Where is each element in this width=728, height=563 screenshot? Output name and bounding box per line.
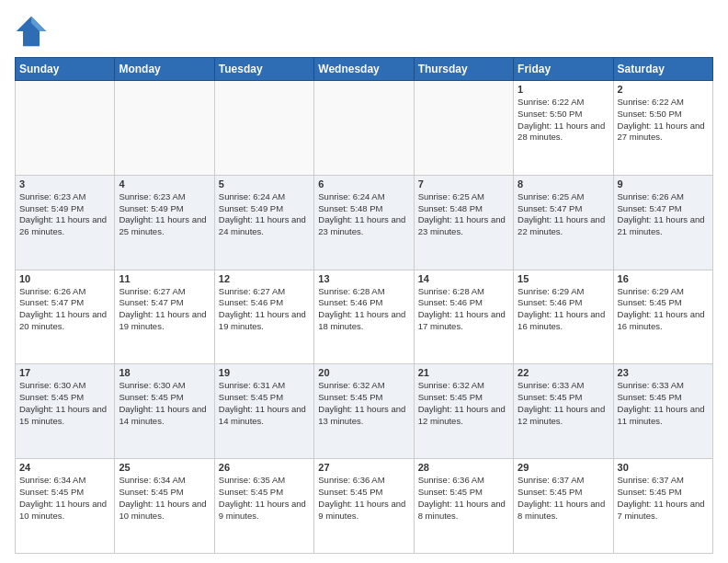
day-cell: 10Sunrise: 6:26 AM Sunset: 5:47 PM Dayli… bbox=[16, 270, 115, 364]
day-info: Sunrise: 6:36 AM Sunset: 5:45 PM Dayligh… bbox=[418, 475, 509, 522]
week-row-2: 3Sunrise: 6:23 AM Sunset: 5:49 PM Daylig… bbox=[16, 175, 713, 270]
day-cell: 1Sunrise: 6:22 AM Sunset: 5:50 PM Daylig… bbox=[514, 81, 613, 176]
day-info: Sunrise: 6:37 AM Sunset: 5:45 PM Dayligh… bbox=[618, 475, 709, 522]
day-cell bbox=[314, 81, 414, 176]
day-info: Sunrise: 6:26 AM Sunset: 5:47 PM Dayligh… bbox=[19, 286, 110, 333]
day-cell: 15Sunrise: 6:29 AM Sunset: 5:46 PM Dayli… bbox=[514, 270, 613, 364]
day-cell: 20Sunrise: 6:32 AM Sunset: 5:45 PM Dayli… bbox=[314, 364, 414, 459]
logo-icon bbox=[15, 15, 48, 48]
day-info: Sunrise: 6:34 AM Sunset: 5:45 PM Dayligh… bbox=[19, 475, 110, 522]
day-cell: 28Sunrise: 6:36 AM Sunset: 5:45 PM Dayli… bbox=[414, 459, 513, 554]
day-info: Sunrise: 6:23 AM Sunset: 5:49 PM Dayligh… bbox=[119, 191, 210, 238]
page: SundayMondayTuesdayWednesdayThursdayFrid… bbox=[0, 0, 728, 563]
day-number: 13 bbox=[318, 273, 409, 284]
day-cell bbox=[115, 81, 214, 176]
day-cell bbox=[414, 81, 513, 176]
day-cell: 12Sunrise: 6:27 AM Sunset: 5:46 PM Dayli… bbox=[214, 270, 313, 364]
day-info: Sunrise: 6:24 AM Sunset: 5:48 PM Dayligh… bbox=[318, 191, 409, 238]
day-cell: 17Sunrise: 6:30 AM Sunset: 5:45 PM Dayli… bbox=[16, 364, 115, 459]
day-info: Sunrise: 6:27 AM Sunset: 5:47 PM Dayligh… bbox=[119, 286, 210, 333]
weekday-header-sunday: Sunday bbox=[16, 58, 115, 81]
day-info: Sunrise: 6:32 AM Sunset: 5:45 PM Dayligh… bbox=[418, 380, 509, 427]
day-cell: 25Sunrise: 6:34 AM Sunset: 5:45 PM Dayli… bbox=[115, 459, 214, 554]
day-info: Sunrise: 6:29 AM Sunset: 5:45 PM Dayligh… bbox=[618, 286, 709, 333]
weekday-header-monday: Monday bbox=[115, 58, 214, 81]
day-number: 24 bbox=[19, 462, 110, 473]
day-cell: 7Sunrise: 6:25 AM Sunset: 5:48 PM Daylig… bbox=[414, 175, 513, 270]
weekday-header-saturday: Saturday bbox=[613, 58, 712, 81]
logo bbox=[15, 15, 51, 48]
day-cell: 4Sunrise: 6:23 AM Sunset: 5:49 PM Daylig… bbox=[115, 175, 214, 270]
day-number: 22 bbox=[518, 367, 609, 378]
day-number: 27 bbox=[318, 462, 409, 473]
day-cell: 21Sunrise: 6:32 AM Sunset: 5:45 PM Dayli… bbox=[414, 364, 513, 459]
day-info: Sunrise: 6:27 AM Sunset: 5:46 PM Dayligh… bbox=[219, 286, 310, 333]
day-info: Sunrise: 6:28 AM Sunset: 5:46 PM Dayligh… bbox=[418, 286, 509, 333]
day-number: 1 bbox=[518, 84, 609, 95]
day-info: Sunrise: 6:22 AM Sunset: 5:50 PM Dayligh… bbox=[618, 97, 709, 144]
day-number: 12 bbox=[219, 273, 310, 284]
day-cell: 2Sunrise: 6:22 AM Sunset: 5:50 PM Daylig… bbox=[613, 81, 712, 176]
day-cell: 6Sunrise: 6:24 AM Sunset: 5:48 PM Daylig… bbox=[314, 175, 414, 270]
day-cell: 18Sunrise: 6:30 AM Sunset: 5:45 PM Dayli… bbox=[115, 364, 214, 459]
day-cell: 22Sunrise: 6:33 AM Sunset: 5:45 PM Dayli… bbox=[514, 364, 613, 459]
day-cell: 14Sunrise: 6:28 AM Sunset: 5:46 PM Dayli… bbox=[414, 270, 513, 364]
day-info: Sunrise: 6:33 AM Sunset: 5:45 PM Dayligh… bbox=[518, 380, 609, 427]
day-info: Sunrise: 6:29 AM Sunset: 5:46 PM Dayligh… bbox=[518, 286, 609, 333]
day-cell: 26Sunrise: 6:35 AM Sunset: 5:45 PM Dayli… bbox=[214, 459, 313, 554]
day-cell: 24Sunrise: 6:34 AM Sunset: 5:45 PM Dayli… bbox=[16, 459, 115, 554]
day-number: 10 bbox=[19, 273, 110, 284]
day-info: Sunrise: 6:22 AM Sunset: 5:50 PM Dayligh… bbox=[518, 97, 609, 144]
day-cell: 9Sunrise: 6:26 AM Sunset: 5:47 PM Daylig… bbox=[613, 175, 712, 270]
day-number: 21 bbox=[418, 367, 509, 378]
day-number: 9 bbox=[618, 178, 709, 190]
day-cell: 5Sunrise: 6:24 AM Sunset: 5:49 PM Daylig… bbox=[214, 175, 313, 270]
week-row-3: 10Sunrise: 6:26 AM Sunset: 5:47 PM Dayli… bbox=[16, 270, 713, 364]
day-number: 28 bbox=[418, 462, 509, 473]
week-row-5: 24Sunrise: 6:34 AM Sunset: 5:45 PM Dayli… bbox=[16, 459, 713, 554]
day-info: Sunrise: 6:30 AM Sunset: 5:45 PM Dayligh… bbox=[119, 380, 210, 427]
day-number: 18 bbox=[119, 367, 210, 378]
weekday-header-row: SundayMondayTuesdayWednesdayThursdayFrid… bbox=[16, 58, 713, 81]
day-cell bbox=[16, 81, 115, 176]
day-cell: 30Sunrise: 6:37 AM Sunset: 5:45 PM Dayli… bbox=[613, 459, 712, 554]
day-number: 14 bbox=[418, 273, 509, 284]
day-info: Sunrise: 6:26 AM Sunset: 5:47 PM Dayligh… bbox=[618, 191, 709, 238]
day-number: 11 bbox=[119, 273, 210, 284]
day-cell: 16Sunrise: 6:29 AM Sunset: 5:45 PM Dayli… bbox=[613, 270, 712, 364]
day-info: Sunrise: 6:23 AM Sunset: 5:49 PM Dayligh… bbox=[19, 191, 110, 238]
day-info: Sunrise: 6:34 AM Sunset: 5:45 PM Dayligh… bbox=[119, 475, 210, 522]
day-info: Sunrise: 6:31 AM Sunset: 5:45 PM Dayligh… bbox=[219, 380, 310, 427]
day-cell: 11Sunrise: 6:27 AM Sunset: 5:47 PM Dayli… bbox=[115, 270, 214, 364]
day-info: Sunrise: 6:24 AM Sunset: 5:49 PM Dayligh… bbox=[219, 191, 310, 238]
day-number: 23 bbox=[618, 367, 709, 378]
day-info: Sunrise: 6:32 AM Sunset: 5:45 PM Dayligh… bbox=[318, 380, 409, 427]
weekday-header-tuesday: Tuesday bbox=[214, 58, 313, 81]
day-number: 26 bbox=[219, 462, 310, 473]
weekday-header-thursday: Thursday bbox=[414, 58, 513, 81]
day-cell bbox=[214, 81, 313, 176]
header bbox=[15, 15, 713, 48]
day-number: 17 bbox=[19, 367, 110, 378]
day-info: Sunrise: 6:25 AM Sunset: 5:48 PM Dayligh… bbox=[418, 191, 509, 238]
day-number: 3 bbox=[19, 178, 110, 190]
week-row-1: 1Sunrise: 6:22 AM Sunset: 5:50 PM Daylig… bbox=[16, 81, 713, 176]
day-number: 15 bbox=[518, 273, 609, 284]
day-cell: 23Sunrise: 6:33 AM Sunset: 5:45 PM Dayli… bbox=[613, 364, 712, 459]
day-info: Sunrise: 6:30 AM Sunset: 5:45 PM Dayligh… bbox=[19, 380, 110, 427]
day-info: Sunrise: 6:28 AM Sunset: 5:46 PM Dayligh… bbox=[318, 286, 409, 333]
day-info: Sunrise: 6:35 AM Sunset: 5:45 PM Dayligh… bbox=[219, 475, 310, 522]
day-info: Sunrise: 6:25 AM Sunset: 5:47 PM Dayligh… bbox=[518, 191, 609, 238]
weekday-header-friday: Friday bbox=[514, 58, 613, 81]
day-number: 16 bbox=[618, 273, 709, 284]
day-cell: 13Sunrise: 6:28 AM Sunset: 5:46 PM Dayli… bbox=[314, 270, 414, 364]
day-number: 2 bbox=[618, 84, 709, 95]
day-number: 8 bbox=[518, 178, 609, 190]
day-number: 20 bbox=[318, 367, 409, 378]
day-cell: 8Sunrise: 6:25 AM Sunset: 5:47 PM Daylig… bbox=[514, 175, 613, 270]
day-info: Sunrise: 6:33 AM Sunset: 5:45 PM Dayligh… bbox=[618, 380, 709, 427]
day-number: 30 bbox=[618, 462, 709, 473]
day-cell: 3Sunrise: 6:23 AM Sunset: 5:49 PM Daylig… bbox=[16, 175, 115, 270]
day-info: Sunrise: 6:37 AM Sunset: 5:45 PM Dayligh… bbox=[518, 475, 609, 522]
weekday-header-wednesday: Wednesday bbox=[314, 58, 414, 81]
